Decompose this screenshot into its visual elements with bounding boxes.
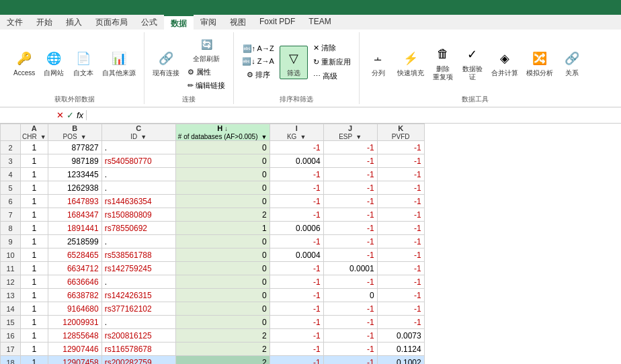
filter-btn-a[interactable]: ▼ <box>40 134 46 140</box>
col-header-j[interactable]: JESP ▼ <box>323 124 377 141</box>
web-button[interactable]: 🌐 自网站 <box>40 46 67 79</box>
refresh-all-button[interactable]: 🔄 全部刷新 <box>185 32 228 64</box>
cell-j-14[interactable]: -1 <box>323 302 377 316</box>
cell-h-3[interactable]: 0 <box>175 154 270 168</box>
cell-k-16[interactable]: 0.0073 <box>377 329 424 343</box>
cell-b-3[interactable]: 987189 <box>48 154 101 168</box>
cell-h-13[interactable]: 0 <box>175 289 270 302</box>
other-source-button[interactable]: 📊 自其他来源 <box>99 46 138 79</box>
cell-k-14[interactable]: -1 <box>377 302 424 316</box>
table-row[interactable]: 15112009931.0-1-1-1 <box>1 316 425 329</box>
cell-b-6[interactable]: 1647893 <box>48 195 101 208</box>
ribbon-tab-数据[interactable]: 数据 <box>164 15 194 30</box>
cell-i-7[interactable]: -1 <box>270 208 323 222</box>
cell-b-2[interactable]: 877827 <box>48 141 101 154</box>
cell-k-2[interactable]: -1 <box>377 141 424 154</box>
cell-a-9[interactable]: 1 <box>21 235 48 248</box>
ribbon-tab-TEAM[interactable]: TEAM <box>302 15 337 30</box>
cell-h-2[interactable]: 0 <box>175 141 270 154</box>
cell-k-4[interactable]: -1 <box>377 168 424 181</box>
table-row[interactable]: 511262938.0-1-1-1 <box>1 181 425 195</box>
table-row[interactable]: 21877827.0-1-1-1 <box>1 141 425 154</box>
cell-i-15[interactable]: -1 <box>270 316 323 329</box>
cell-a-10[interactable]: 1 <box>21 248 48 262</box>
filter-button[interactable]: ▽ 筛选 <box>280 46 308 79</box>
filter-btn-b[interactable]: ▼ <box>81 134 87 140</box>
cell-k-17[interactable]: 0.1124 <box>377 343 424 356</box>
ribbon-tab-公式[interactable]: 公式 <box>134 15 164 30</box>
cell-k-5[interactable]: -1 <box>377 181 424 195</box>
cell-k-12[interactable]: -1 <box>377 275 424 289</box>
split-button[interactable]: ⫠ 分列 <box>365 46 392 79</box>
cell-h-10[interactable]: 0 <box>175 248 270 262</box>
confirm-formula-icon[interactable]: ✓ <box>67 110 74 120</box>
insert-function-icon[interactable]: fx <box>77 110 83 120</box>
cell-c-3[interactable]: rs540580770 <box>101 154 175 168</box>
table-row[interactable]: 811891441rs7855069210.0006-1-1 <box>1 222 425 235</box>
table-row[interactable]: 1216636646.0-1-1-1 <box>1 275 425 289</box>
cell-j-3[interactable]: -1 <box>323 154 377 168</box>
table-row[interactable]: 1419164680rs3771621020-1-1-1 <box>1 302 425 316</box>
cell-j-17[interactable]: -1 <box>323 343 377 356</box>
table-row[interactable]: 1116634712rs1427592450-10.0001-1 <box>1 262 425 275</box>
cell-h-6[interactable]: 0 <box>175 195 270 208</box>
col-header-k[interactable]: KPVFD <box>377 124 424 141</box>
consolidate-button[interactable]: ◈ 合并计算 <box>489 46 521 79</box>
ribbon-tab-开始[interactable]: 开始 <box>30 15 59 30</box>
cell-b-14[interactable]: 9164680 <box>48 302 101 316</box>
cell-c-17[interactable]: rs116578678 <box>101 343 175 356</box>
cell-b-16[interactable]: 12855648 <box>48 329 101 343</box>
cell-i-16[interactable]: -1 <box>270 329 323 343</box>
cell-b-13[interactable]: 6638782 <box>48 289 101 302</box>
col-header-c[interactable]: CID ▼ <box>101 124 175 141</box>
cell-j-15[interactable]: -1 <box>323 316 377 329</box>
cell-a-16[interactable]: 1 <box>21 329 48 343</box>
col-header-b[interactable]: BPOS ▼ <box>48 124 101 141</box>
cell-c-14[interactable]: rs377162102 <box>101 302 175 316</box>
cell-b-7[interactable]: 1684347 <box>48 208 101 222</box>
cell-k-6[interactable]: -1 <box>377 195 424 208</box>
ribbon-tab-视图[interactable]: 视图 <box>223 15 253 30</box>
cell-b-18[interactable]: 12907458 <box>48 356 101 365</box>
cell-a-17[interactable]: 1 <box>21 343 48 356</box>
table-row[interactable]: 17112907446rs1165786782-1-10.1124 <box>1 343 425 356</box>
table-row[interactable]: 1016528465rs53856178800.0004-1-1 <box>1 248 425 262</box>
cell-i-11[interactable]: -1 <box>270 262 323 275</box>
ribbon-tab-插入[interactable]: 插入 <box>59 15 89 30</box>
cell-b-9[interactable]: 2518599 <box>48 235 101 248</box>
spreadsheet[interactable]: ACHR ▼ BPOS ▼ CID ▼ H ↓ # of databases (… <box>0 124 621 364</box>
ribbon-tab-审阅[interactable]: 审阅 <box>194 15 223 30</box>
whatif-button[interactable]: 🔀 模拟分析 <box>524 46 556 79</box>
table-row[interactable]: 16112855648rs2008161252-1-10.0073 <box>1 329 425 343</box>
cell-a-13[interactable]: 1 <box>21 289 48 302</box>
cell-a-14[interactable]: 1 <box>21 302 48 316</box>
ribbon-tab-文件[interactable]: 文件 <box>0 15 30 30</box>
cell-h-7[interactable]: 2 <box>175 208 270 222</box>
cell-k-7[interactable]: -1 <box>377 208 424 222</box>
cell-c-13[interactable]: rs142426315 <box>101 289 175 302</box>
cell-i-4[interactable]: -1 <box>270 168 323 181</box>
cell-a-2[interactable]: 1 <box>21 141 48 154</box>
cell-c-9[interactable]: . <box>101 235 175 248</box>
text-button[interactable]: 📄 自文本 <box>70 46 97 79</box>
cell-i-6[interactable]: -1 <box>270 195 323 208</box>
cell-i-5[interactable]: -1 <box>270 181 323 195</box>
cell-a-8[interactable]: 1 <box>21 222 48 235</box>
sort-button[interactable]: ⚙ 排序 <box>244 69 273 81</box>
cell-c-4[interactable]: . <box>101 168 175 181</box>
cell-i-17[interactable]: -1 <box>270 343 323 356</box>
cell-a-12[interactable]: 1 <box>21 275 48 289</box>
cell-k-18[interactable]: 0.1002 <box>377 356 424 365</box>
cell-h-5[interactable]: 0 <box>175 181 270 195</box>
access-button[interactable]: 🔑 Access <box>11 46 38 79</box>
cell-j-6[interactable]: -1 <box>323 195 377 208</box>
cell-j-9[interactable]: -1 <box>323 235 377 248</box>
table-row[interactable]: 611647893rs1446363540-1-1-1 <box>1 195 425 208</box>
advanced-button[interactable]: ⋯ 高级 <box>310 70 354 83</box>
cell-a-4[interactable]: 1 <box>21 168 48 181</box>
edit-links-button[interactable]: ✏ 编辑链接 <box>185 79 228 92</box>
cell-k-11[interactable]: -1 <box>377 262 424 275</box>
cell-c-15[interactable]: . <box>101 316 175 329</box>
table-row[interactable]: 711684347rs1508808092-1-1-1 <box>1 208 425 222</box>
filter-btn-j[interactable]: ▼ <box>356 134 362 140</box>
